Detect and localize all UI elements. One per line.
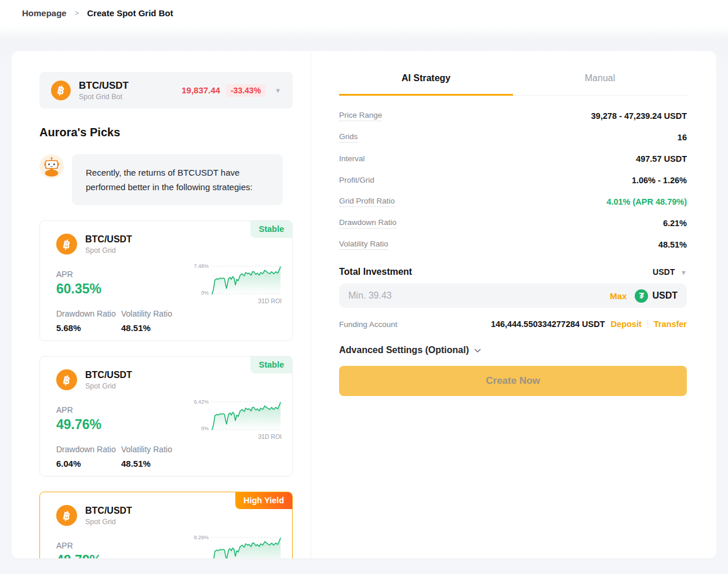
- card-subtitle: Spot Grid: [85, 382, 132, 390]
- left-column: ฿ BTC/USDT Spot Grid Bot 19,837.44 -33.4…: [12, 51, 311, 558]
- param-row-price-range: Price Range 39,278 - 47,239.24 USDT: [339, 105, 687, 126]
- sparkline-min-label: 0%: [189, 290, 209, 296]
- advanced-settings-label: Advanced Settings (Optional): [339, 345, 469, 355]
- deposit-link[interactable]: Deposit: [611, 319, 642, 329]
- page-title: Create Spot Grid Bot: [87, 8, 173, 18]
- param-row-grids: Grids 16: [339, 126, 687, 148]
- param-label: Profit/Grid: [339, 176, 374, 184]
- card-subtitle: Spot Grid: [85, 246, 132, 255]
- card-subtitle: Spot Grid: [85, 518, 132, 526]
- pair-price: 19,837.44: [181, 85, 220, 95]
- param-row-grid-profit-ratio: Grid Profit Ratio 4.01% (APR 48.79%): [339, 191, 687, 212]
- param-value: 39,278 - 47,239.24 USDT: [591, 111, 687, 121]
- sparkline-max-label: 7.48%: [189, 263, 209, 269]
- strategy-settings-column: AI Strategy Manual Price Range 39,278 - …: [311, 51, 716, 558]
- volatility-value: 48.51%: [121, 323, 151, 333]
- strategy-card[interactable]: Stable ฿ BTC/USDT Spot Grid APR 49.76% 6…: [39, 356, 293, 477]
- param-value: 16: [678, 133, 687, 142]
- chevron-down-icon: [474, 347, 481, 355]
- param-row-interval: Interval 497.57 USDT: [339, 148, 687, 169]
- usdt-icon: ₮: [635, 289, 648, 303]
- btc-icon: ฿: [56, 505, 77, 526]
- param-row-drawdown-ratio: Drawdown Ratio 6.21%: [339, 212, 687, 234]
- chevron-down-icon: ▼: [680, 269, 687, 276]
- volatility-label: Volatility Ratio: [121, 445, 172, 454]
- btc-icon: ฿: [56, 234, 77, 255]
- param-label: Grids: [339, 132, 358, 143]
- tab-ai-strategy[interactable]: AI Strategy: [339, 66, 513, 96]
- strategy-card[interactable]: Stable ฿ BTC/USDT Spot Grid APR 60.35% 7…: [39, 220, 293, 341]
- drawdown-value: 5.68%: [56, 323, 81, 333]
- apr-value: 49.76%: [56, 417, 101, 433]
- drawdown-value: 6.04%: [56, 459, 81, 468]
- robot-avatar-icon: [39, 154, 64, 179]
- total-investment-title: Total Investment: [339, 267, 412, 277]
- card-pair: BTC/USDT: [85, 234, 132, 245]
- pair-subtitle: Spot Grid Bot: [79, 93, 129, 101]
- funding-account-row: Funding Account 146,444.550334277284 USD…: [339, 316, 687, 332]
- breadcrumb-home-link[interactable]: Homepage: [22, 8, 67, 18]
- drawdown-label: Drawdown Ratio: [56, 445, 116, 454]
- param-value: 6.21%: [663, 219, 687, 228]
- card-pair: BTC/USDT: [85, 369, 132, 381]
- usdt-unit-label: USDT: [652, 290, 678, 301]
- btc-icon: ฿: [51, 81, 71, 100]
- card-pair: BTC/USDT: [85, 505, 132, 517]
- main-panel: ฿ BTC/USDT Spot Grid Bot 19,837.44 -33.4…: [12, 51, 716, 558]
- parameter-list: Price Range 39,278 - 47,239.24 USDT Grid…: [339, 105, 687, 255]
- pair-selector[interactable]: ฿ BTC/USDT Spot Grid Bot 19,837.44 -33.4…: [39, 72, 293, 108]
- roi-sparkline-chart: 6.42% 0% 31D ROI: [189, 399, 283, 442]
- advanced-settings-toggle[interactable]: Advanced Settings (Optional): [339, 345, 687, 355]
- param-label: Drawdown Ratio: [339, 218, 396, 228]
- sparkline-caption: 31D ROI: [258, 297, 282, 304]
- strategy-card-selected[interactable]: High Yield ฿ BTC/USDT Spot Grid APR 48.7…: [39, 492, 293, 558]
- sparkline-max-label: 8.29%: [189, 535, 209, 540]
- investment-input-container: Max ₮ USDT: [339, 284, 687, 308]
- card-badge: High Yield: [235, 492, 292, 509]
- param-label: Price Range: [339, 111, 382, 121]
- transfer-link[interactable]: Transfer: [654, 319, 687, 329]
- funding-account-label: Funding Account: [339, 320, 398, 329]
- sparkline-caption: 31D ROI: [258, 433, 282, 440]
- volatility-value: 48.51%: [121, 459, 151, 468]
- pair-name: BTC/USDT: [79, 79, 129, 92]
- sparkline-max-label: 6.42%: [189, 399, 209, 405]
- param-label: Volatility Ratio: [339, 239, 388, 250]
- btc-icon: ฿: [56, 369, 77, 390]
- create-now-button[interactable]: Create Now: [339, 366, 687, 396]
- currency-selector[interactable]: USDT ▼: [653, 267, 687, 277]
- chevron-down-icon[interactable]: ▼: [275, 87, 281, 94]
- divider: [647, 320, 648, 329]
- advice-row: Recently, the returns of BTCUSDT have pe…: [39, 154, 293, 205]
- breadcrumb: Homepage > Create Spot Grid Bot: [0, 0, 728, 18]
- pair-change-badge: -33.43%: [226, 84, 265, 97]
- roi-sparkline-chart: 7.48% 0% 31D ROI: [189, 264, 283, 307]
- strategy-tabs: AI Strategy Manual: [339, 66, 687, 96]
- param-row-volatility-ratio: Volatility Ratio 48.51%: [339, 234, 687, 255]
- apr-label: APR: [56, 405, 73, 415]
- apr-label: APR: [56, 541, 73, 550]
- apr-label: APR: [56, 270, 73, 279]
- advice-bubble: Recently, the returns of BTCUSDT have pe…: [72, 154, 283, 205]
- total-investment-header: Total Investment USDT ▼: [339, 262, 687, 282]
- roi-sparkline-chart: 8.29% 0% 31D ROI: [189, 535, 283, 558]
- param-label: Interval: [339, 154, 365, 163]
- apr-value: 48.79%: [56, 553, 101, 558]
- max-button[interactable]: Max: [610, 291, 627, 301]
- param-row-profit-grid: Profit/Grid 1.06% - 1.26%: [339, 169, 687, 191]
- param-value: 4.01% (APR 48.79%): [606, 197, 687, 206]
- param-value: 497.57 USDT: [636, 154, 687, 164]
- card-badge: Stable: [250, 221, 292, 238]
- param-value: 48.51%: [658, 240, 687, 249]
- volatility-label: Volatility Ratio: [121, 309, 172, 318]
- investment-amount-input[interactable]: [348, 290, 610, 301]
- tab-manual[interactable]: Manual: [513, 66, 687, 96]
- card-badge: Stable: [250, 357, 292, 373]
- funding-balance: 146,444.550334277284 USDT: [491, 319, 605, 329]
- drawdown-label: Drawdown Ratio: [56, 309, 116, 318]
- picks-title: Aurora's Picks: [39, 126, 293, 139]
- sparkline-min-label: 0%: [189, 426, 209, 431]
- breadcrumb-separator-icon: >: [75, 9, 79, 17]
- apr-value: 60.35%: [56, 281, 101, 297]
- param-value: 1.06% - 1.26%: [632, 176, 687, 185]
